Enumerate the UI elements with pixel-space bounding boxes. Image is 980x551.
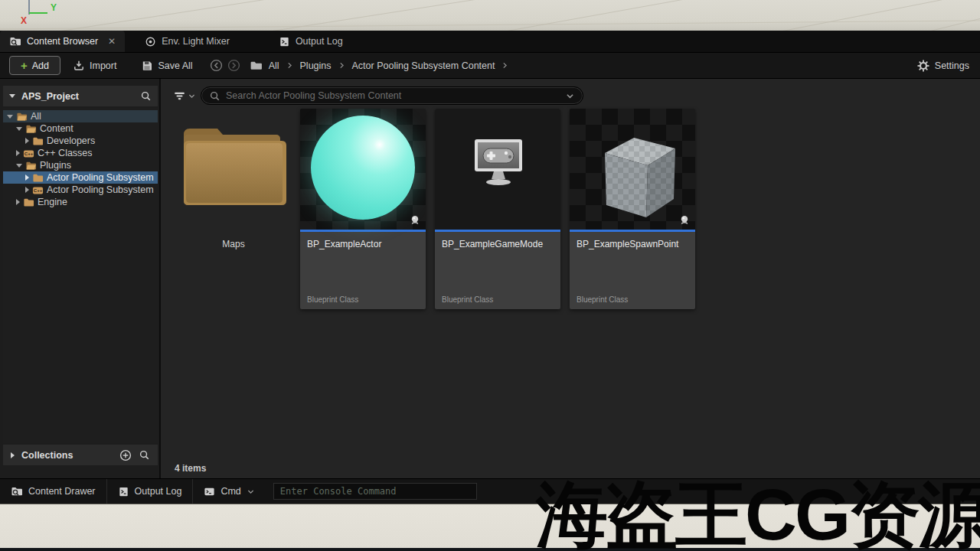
content-drawer-button[interactable]: Content Drawer — [0, 479, 106, 504]
plus-icon: + — [21, 60, 28, 71]
asset-name: Maps — [222, 239, 244, 249]
expand-arrow-icon[interactable] — [11, 452, 15, 458]
search-input[interactable] — [226, 90, 560, 101]
unreal-editor-window: X Y Content Browser ✕ Env. Light Mixer O… — [0, 0, 980, 551]
sources-sidebar: APS_Project All Content De — [0, 79, 161, 478]
asset-tile-bp-exampleactor[interactable]: BP_ExampleActor Blueprint Class — [300, 109, 426, 309]
folder-icon — [32, 135, 44, 147]
tree-item-plugins[interactable]: Plugins — [3, 159, 158, 171]
cmd-dropdown[interactable]: Cmd — [193, 479, 265, 504]
forward-button-icon[interactable] — [227, 59, 240, 72]
tab-label: Env. Light Mixer — [162, 36, 230, 47]
add-button[interactable]: + Add — [9, 56, 60, 75]
asset-folder-maps[interactable]: Maps — [176, 109, 291, 249]
asset-thumbnail — [300, 109, 426, 230]
asset-search-box[interactable] — [201, 86, 583, 105]
folder-open-icon — [25, 123, 37, 135]
expand-arrow-icon[interactable] — [16, 164, 22, 168]
output-log-button[interactable]: Output Log — [107, 479, 193, 504]
console-command-input[interactable] — [273, 483, 477, 500]
collections-section[interactable]: Collections — [3, 445, 158, 465]
tree-item-label: Plugins — [40, 160, 71, 171]
output-log-label: Output Log — [135, 486, 182, 497]
filter-funnel-icon — [173, 90, 186, 103]
chevron-right-icon — [286, 61, 294, 70]
asset-tile-bp-examplegamemode[interactable]: BP_ExampleGameMode Blueprint Class — [435, 109, 560, 309]
asset-thumbnail — [435, 109, 560, 230]
asset-type-label: Blueprint Class — [577, 295, 628, 304]
asset-name: BP_ExampleActor — [307, 239, 419, 249]
tree-item-actor-pooling-subsystem-cpp[interactable]: Actor Pooling Subsystem — [3, 184, 158, 196]
save-all-button[interactable]: Save All — [135, 57, 198, 75]
content-browser-toolbar: + Add Import Save All All Plugins Actor … — [0, 53, 980, 79]
project-sources-header[interactable]: APS_Project — [3, 86, 158, 106]
tab-content-browser[interactable]: Content Browser ✕ — [0, 31, 125, 52]
project-name: APS_Project — [21, 91, 79, 102]
level-viewport[interactable]: X Y — [0, 0, 980, 31]
breadcrumb-item-current[interactable]: Actor Pooling Subsystem Content — [352, 60, 495, 71]
chevron-down-icon — [247, 487, 255, 496]
tree-item-label: Developers — [47, 135, 95, 146]
back-button-icon[interactable] — [210, 59, 223, 72]
editor-tab-bar: Content Browser ✕ Env. Light Mixer Outpu… — [0, 31, 980, 53]
asset-thumbnail — [570, 109, 695, 230]
gear-icon — [917, 60, 929, 72]
search-icon[interactable] — [139, 449, 150, 461]
tree-item-engine[interactable]: Engine — [3, 196, 158, 208]
import-button-label: Import — [90, 60, 116, 71]
add-collection-icon[interactable] — [119, 449, 132, 461]
asset-tile-bp-examplespawnpoint[interactable]: BP_ExampleSpawnPoint Blueprint Class — [570, 109, 695, 309]
viewport-grid-lines — [0, 0, 980, 31]
save-icon — [141, 60, 153, 72]
axis-gizmo: X Y — [0, 0, 69, 31]
asset-view: Maps BP_ExampleActor Blueprint Class — [162, 79, 980, 478]
asset-type-label: Blueprint Class — [442, 295, 493, 304]
folder-thumbnail — [176, 109, 291, 230]
tree-item-label: Actor Pooling Subsystem — [47, 184, 154, 195]
tree-item-developers[interactable]: Developers — [3, 135, 158, 147]
asset-name: BP_ExampleSpawnPoint — [577, 239, 688, 249]
expand-arrow-icon[interactable] — [7, 115, 13, 119]
tree-item-actor-pooling-subsystem[interactable]: Actor Pooling Subsystem — [3, 171, 158, 184]
cmd-label: Cmd — [220, 486, 240, 497]
save-all-button-label: Save All — [158, 60, 192, 71]
tree-item-all[interactable]: All — [3, 110, 158, 122]
tree-item-content[interactable]: Content — [3, 122, 158, 135]
tree-item-label: C++ Classes — [38, 148, 93, 158]
settings-button[interactable]: Settings — [917, 60, 980, 72]
axis-x-label: X — [21, 15, 27, 26]
tree-item-label: All — [31, 111, 41, 122]
chevron-right-icon — [338, 61, 346, 70]
close-icon[interactable]: ✕ — [108, 36, 116, 47]
collapse-arrow-icon[interactable] — [9, 94, 15, 98]
item-count-status: 4 items — [175, 463, 206, 474]
breadcrumb-item-plugins[interactable]: Plugins — [300, 60, 332, 71]
tree-item-label: Engine — [38, 197, 67, 207]
filters-button[interactable] — [173, 90, 196, 103]
expand-arrow-icon[interactable] — [25, 174, 29, 181]
output-log-icon — [279, 36, 290, 47]
gamemode-monitor-icon — [435, 109, 560, 230]
chevron-right-icon[interactable] — [501, 61, 509, 70]
chevron-down-icon[interactable] — [565, 91, 575, 101]
tree-item-cpp-classes[interactable]: C++ Classes — [3, 147, 158, 159]
cpp-classes-icon — [32, 184, 44, 196]
asset-type-label: Blueprint Class — [307, 295, 358, 304]
asset-name: BP_ExampleGameMode — [442, 239, 554, 249]
search-icon[interactable] — [140, 90, 152, 102]
expand-arrow-icon[interactable] — [16, 150, 20, 156]
expand-arrow-icon[interactable] — [25, 138, 29, 144]
folder-icon — [32, 172, 44, 184]
expand-arrow-icon[interactable] — [16, 127, 22, 131]
axis-y-label: Y — [51, 2, 57, 13]
expand-arrow-icon[interactable] — [16, 199, 20, 205]
expand-arrow-icon[interactable] — [25, 187, 29, 193]
folder-open-icon — [16, 111, 28, 122]
cube-preview — [570, 109, 695, 230]
tab-env-light-mixer[interactable]: Env. Light Mixer — [136, 31, 239, 52]
sphere-preview — [311, 116, 415, 220]
cmd-terminal-icon — [204, 486, 215, 497]
breadcrumb-root[interactable]: All — [269, 60, 279, 71]
tab-output-log[interactable]: Output Log — [270, 31, 352, 52]
import-button[interactable]: Import — [67, 57, 122, 75]
